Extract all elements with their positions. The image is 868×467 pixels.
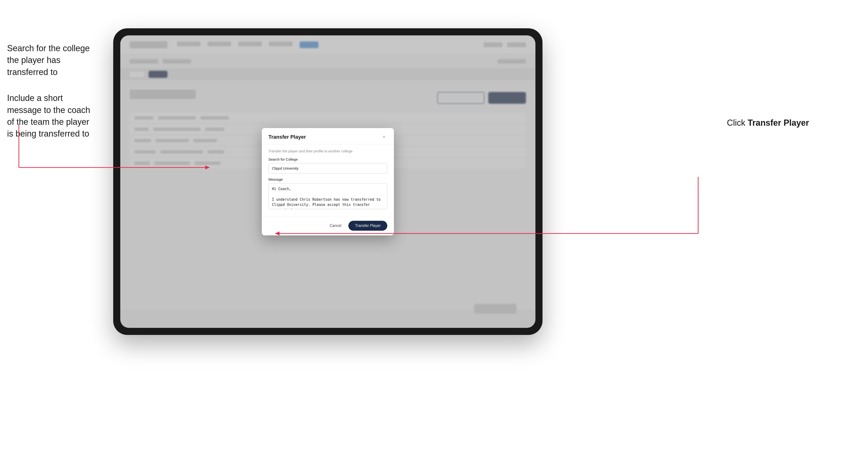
annotation-message-text: Include a short message to the coach of …	[7, 92, 97, 140]
annotation-click-text: Click Transfer Player	[727, 118, 809, 128]
transfer-player-button[interactable]: Transfer Player	[348, 221, 387, 231]
search-college-label: Search for College	[269, 157, 387, 161]
message-label: Message	[269, 177, 387, 181]
tablet-frame: Transfer Player × Transfer the player an…	[113, 28, 542, 335]
transfer-player-modal: Transfer Player × Transfer the player an…	[262, 128, 394, 236]
modal-footer: Cancel Transfer Player	[262, 217, 394, 236]
modal-body: Transfer the player and their profile to…	[262, 144, 394, 217]
left-annotations: Search for the college the player has tr…	[7, 42, 97, 154]
modal-close-button[interactable]: ×	[381, 134, 387, 140]
right-annotation: Click Transfer Player	[727, 118, 809, 128]
tablet-screen: Transfer Player × Transfer the player an…	[120, 35, 535, 328]
message-textarea[interactable]	[269, 183, 387, 209]
search-college-input[interactable]	[269, 163, 387, 174]
modal-header: Transfer Player ×	[262, 128, 394, 144]
modal-overlay: Transfer Player × Transfer the player an…	[120, 35, 535, 328]
modal-subtitle: Transfer the player and their profile to…	[269, 149, 387, 153]
modal-title: Transfer Player	[269, 134, 306, 140]
cancel-button[interactable]: Cancel	[326, 221, 345, 230]
annotation-search-text: Search for the college the player has tr…	[7, 42, 97, 78]
